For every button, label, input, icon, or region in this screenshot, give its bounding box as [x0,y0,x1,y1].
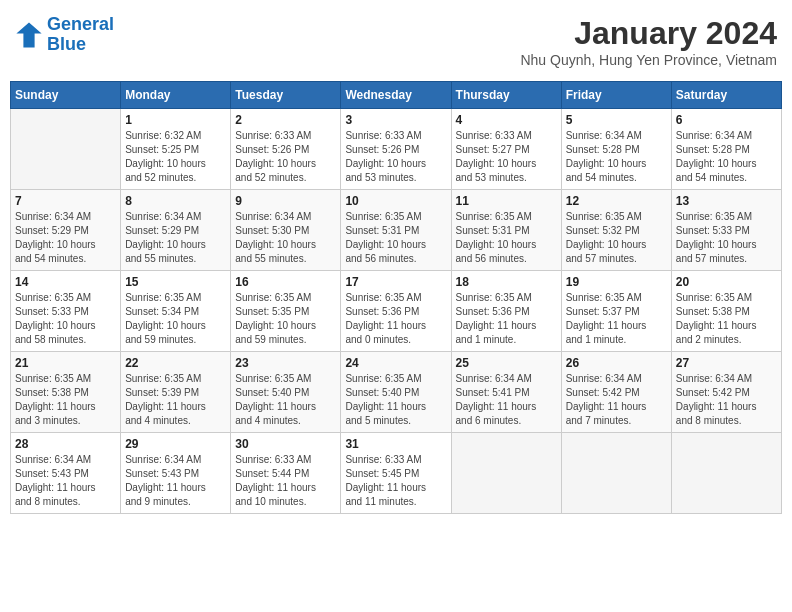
calendar-cell: 25Sunrise: 6:34 AMSunset: 5:41 PMDayligh… [451,352,561,433]
day-info: Sunset: 5:27 PM [456,143,557,157]
weekday-header: Monday [121,82,231,109]
day-info: Sunrise: 6:35 AM [15,372,116,386]
day-info: Sunset: 5:38 PM [676,305,777,319]
title-area: January 2024 Nhu Quynh, Hung Yen Provinc… [520,15,777,68]
day-info: and 59 minutes. [235,333,336,347]
day-info: Daylight: 10 hours [235,157,336,171]
day-info: and 53 minutes. [345,171,446,185]
day-number: 19 [566,275,667,289]
calendar-cell: 27Sunrise: 6:34 AMSunset: 5:42 PMDayligh… [671,352,781,433]
day-info: Daylight: 10 hours [345,238,446,252]
day-info: Sunrise: 6:35 AM [456,210,557,224]
day-info: Daylight: 10 hours [15,238,116,252]
day-info: Sunset: 5:38 PM [15,386,116,400]
day-info: Sunrise: 6:34 AM [566,129,667,143]
day-info: and 2 minutes. [676,333,777,347]
day-info: Daylight: 10 hours [456,238,557,252]
day-number: 1 [125,113,226,127]
day-info: Sunset: 5:32 PM [566,224,667,238]
day-info: Daylight: 11 hours [125,400,226,414]
day-info: Sunrise: 6:34 AM [566,372,667,386]
day-info: and 57 minutes. [676,252,777,266]
day-info: Sunrise: 6:34 AM [235,210,336,224]
day-info: Sunset: 5:39 PM [125,386,226,400]
day-number: 17 [345,275,446,289]
day-info: Sunrise: 6:35 AM [345,291,446,305]
calendar-cell: 6Sunrise: 6:34 AMSunset: 5:28 PMDaylight… [671,109,781,190]
location-subtitle: Nhu Quynh, Hung Yen Province, Vietnam [520,52,777,68]
calendar-cell: 11Sunrise: 6:35 AMSunset: 5:31 PMDayligh… [451,190,561,271]
logo-icon [15,21,43,49]
calendar-cell: 31Sunrise: 6:33 AMSunset: 5:45 PMDayligh… [341,433,451,514]
day-info: Sunset: 5:40 PM [235,386,336,400]
day-info: Daylight: 10 hours [125,238,226,252]
day-info: Sunset: 5:45 PM [345,467,446,481]
day-info: Sunset: 5:26 PM [235,143,336,157]
calendar-cell: 8Sunrise: 6:34 AMSunset: 5:29 PMDaylight… [121,190,231,271]
day-info: Sunrise: 6:35 AM [345,210,446,224]
day-number: 25 [456,356,557,370]
day-info: Sunrise: 6:35 AM [125,372,226,386]
day-info: and 54 minutes. [15,252,116,266]
day-info: Sunrise: 6:34 AM [676,372,777,386]
calendar-cell: 13Sunrise: 6:35 AMSunset: 5:33 PMDayligh… [671,190,781,271]
day-number: 15 [125,275,226,289]
svg-marker-0 [16,22,41,47]
day-info: Sunset: 5:28 PM [566,143,667,157]
day-number: 20 [676,275,777,289]
calendar-cell: 19Sunrise: 6:35 AMSunset: 5:37 PMDayligh… [561,271,671,352]
day-info: Sunrise: 6:34 AM [456,372,557,386]
page-header: General Blue January 2024 Nhu Quynh, Hun… [10,10,782,73]
day-info: Daylight: 11 hours [345,400,446,414]
calendar-cell [671,433,781,514]
day-info: and 10 minutes. [235,495,336,509]
day-info: Sunrise: 6:35 AM [125,291,226,305]
day-info: and 6 minutes. [456,414,557,428]
day-info: Sunset: 5:33 PM [676,224,777,238]
calendar-cell: 28Sunrise: 6:34 AMSunset: 5:43 PMDayligh… [11,433,121,514]
day-info: Daylight: 11 hours [566,400,667,414]
day-info: and 52 minutes. [235,171,336,185]
weekday-header: Sunday [11,82,121,109]
day-info: and 4 minutes. [125,414,226,428]
day-number: 16 [235,275,336,289]
calendar-cell: 7Sunrise: 6:34 AMSunset: 5:29 PMDaylight… [11,190,121,271]
calendar-cell: 29Sunrise: 6:34 AMSunset: 5:43 PMDayligh… [121,433,231,514]
day-info: and 56 minutes. [345,252,446,266]
day-info: and 5 minutes. [345,414,446,428]
day-number: 11 [456,194,557,208]
day-number: 8 [125,194,226,208]
calendar-cell: 21Sunrise: 6:35 AMSunset: 5:38 PMDayligh… [11,352,121,433]
day-info: Daylight: 11 hours [235,481,336,495]
day-number: 31 [345,437,446,451]
day-info: and 3 minutes. [15,414,116,428]
day-info: Daylight: 10 hours [235,238,336,252]
calendar-cell: 1Sunrise: 6:32 AMSunset: 5:25 PMDaylight… [121,109,231,190]
day-number: 6 [676,113,777,127]
calendar-week-row: 7Sunrise: 6:34 AMSunset: 5:29 PMDaylight… [11,190,782,271]
day-info: Sunrise: 6:35 AM [566,210,667,224]
day-number: 9 [235,194,336,208]
month-title: January 2024 [520,15,777,52]
day-info: and 4 minutes. [235,414,336,428]
day-info: Sunrise: 6:33 AM [235,129,336,143]
day-info: Sunset: 5:44 PM [235,467,336,481]
calendar-cell: 5Sunrise: 6:34 AMSunset: 5:28 PMDaylight… [561,109,671,190]
weekday-header: Thursday [451,82,561,109]
day-info: and 59 minutes. [125,333,226,347]
weekday-header: Friday [561,82,671,109]
day-info: Sunset: 5:43 PM [15,467,116,481]
day-info: Daylight: 11 hours [676,319,777,333]
day-number: 2 [235,113,336,127]
calendar-cell: 4Sunrise: 6:33 AMSunset: 5:27 PMDaylight… [451,109,561,190]
day-info: Sunrise: 6:35 AM [566,291,667,305]
day-number: 22 [125,356,226,370]
calendar-cell: 9Sunrise: 6:34 AMSunset: 5:30 PMDaylight… [231,190,341,271]
calendar-cell: 17Sunrise: 6:35 AMSunset: 5:36 PMDayligh… [341,271,451,352]
weekday-header: Saturday [671,82,781,109]
day-number: 12 [566,194,667,208]
day-info: and 55 minutes. [235,252,336,266]
day-info: and 52 minutes. [125,171,226,185]
day-info: Sunset: 5:36 PM [345,305,446,319]
day-number: 10 [345,194,446,208]
